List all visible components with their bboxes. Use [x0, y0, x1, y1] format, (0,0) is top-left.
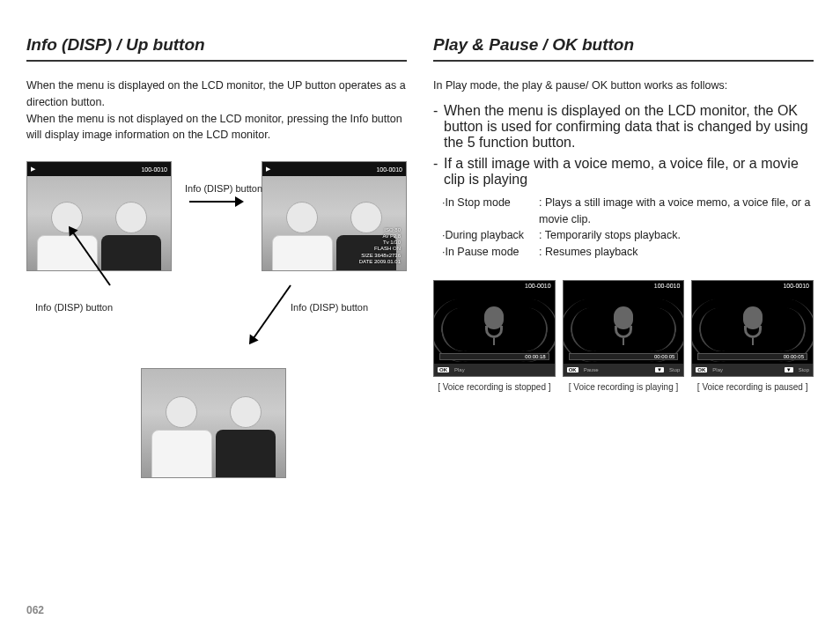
arrow-label: Info (DISP) button	[35, 302, 113, 313]
list-item: - If a still image with a voice memo, a …	[433, 156, 814, 188]
mode-desc: : Resumes playback	[539, 244, 814, 261]
control-label: Stop	[799, 367, 809, 372]
control-label: Play	[454, 367, 465, 372]
file-counter: 100-0010	[141, 166, 167, 173]
control-label: Play	[712, 367, 723, 372]
right-intro: In Play mode, the play & pause/ OK butto…	[433, 77, 814, 94]
time-display: 00:00:05	[654, 354, 674, 359]
ok-badge: OK	[567, 367, 578, 372]
right-column: Play & Pause / OK button In Play mode, t…	[433, 35, 814, 478]
voice-screens-row: 100-0010 00:00:18 OK Play [ Voice record…	[433, 280, 814, 392]
image-info-overlay: ISO 80 Av F2.8 Tv 1/30 FLASH ON SIZE 364…	[359, 227, 401, 265]
time-display: 00:00:18	[525, 354, 545, 359]
mode-label: ·In Pause mode	[442, 244, 539, 261]
mode-row: ·In Stop mode : Plays a still image with…	[442, 195, 814, 228]
mode-row: ·During playback : Temporarily stops pla…	[442, 227, 814, 244]
arrow-down-icon	[249, 284, 291, 343]
bullet-text: When the menu is displayed on the LCD mo…	[444, 103, 814, 151]
play-icon: ▶	[31, 166, 35, 173]
arrow-label: Info (DISP) button	[185, 183, 262, 194]
mode-desc: : Temporarily stops playback.	[539, 227, 814, 244]
screen-caption: [ Voice recording is playing ]	[563, 382, 685, 392]
screen-caption: [ Voice recording is paused ]	[691, 382, 814, 392]
screen-caption: [ Voice recording is stopped ]	[433, 382, 556, 392]
down-badge: ▼	[785, 367, 793, 372]
file-counter: 100-0010	[783, 283, 809, 289]
page-number: 062	[26, 604, 44, 616]
list-item: - When the menu is displayed on the LCD …	[433, 103, 814, 151]
arrow-label: Info (DISP) button	[291, 302, 368, 313]
right-heading: Play & Pause / OK button	[433, 35, 814, 62]
voice-screen-stopped: 100-0010 00:00:18 OK Play	[433, 280, 556, 377]
lcd-screenshot-full-info: ▶ 100-0010 ISO 80 Av F2.8 Tv 1/30 FLASH …	[262, 161, 407, 271]
mode-label: ·In Stop mode	[442, 195, 539, 228]
ok-badge: OK	[438, 367, 449, 372]
control-label: Pause	[584, 367, 599, 372]
mode-row: ·In Pause mode : Resumes playback	[442, 244, 814, 261]
lcd-screenshot-basic: ▶ 100-0010	[26, 161, 172, 271]
file-counter: 100-0010	[376, 166, 402, 173]
ok-badge: OK	[696, 367, 707, 372]
voice-screen-playing: 100-0010 00:00:05 OK Pause ▼ Stop	[563, 280, 685, 377]
mode-label: ·During playback	[442, 227, 539, 244]
voice-screen-paused: 100-0010 00:00:05 OK Play ▼ Stop	[691, 280, 814, 377]
disp-cycle-diagram: ▶ 100-0010 ▶ 100-0010	[26, 161, 407, 478]
file-counter: 100-0010	[654, 283, 681, 289]
left-paragraph: When the menu is displayed on the LCD mo…	[26, 77, 407, 144]
time-display: 00:00:05	[784, 354, 804, 359]
bullet-text: If a still image with a voice memo, a vo…	[444, 156, 814, 188]
down-badge: ▼	[655, 367, 664, 372]
lcd-screenshot-no-info	[141, 368, 286, 478]
left-heading: Info (DISP) / Up button	[26, 35, 407, 62]
left-column: Info (DISP) / Up button When the menu is…	[26, 35, 407, 478]
arrow-right-icon	[189, 201, 242, 203]
mode-desc: : Plays a still image with a voice memo,…	[539, 195, 814, 228]
file-counter: 100-0010	[525, 283, 551, 289]
control-label: Stop	[669, 367, 680, 372]
play-icon: ▶	[266, 166, 270, 173]
